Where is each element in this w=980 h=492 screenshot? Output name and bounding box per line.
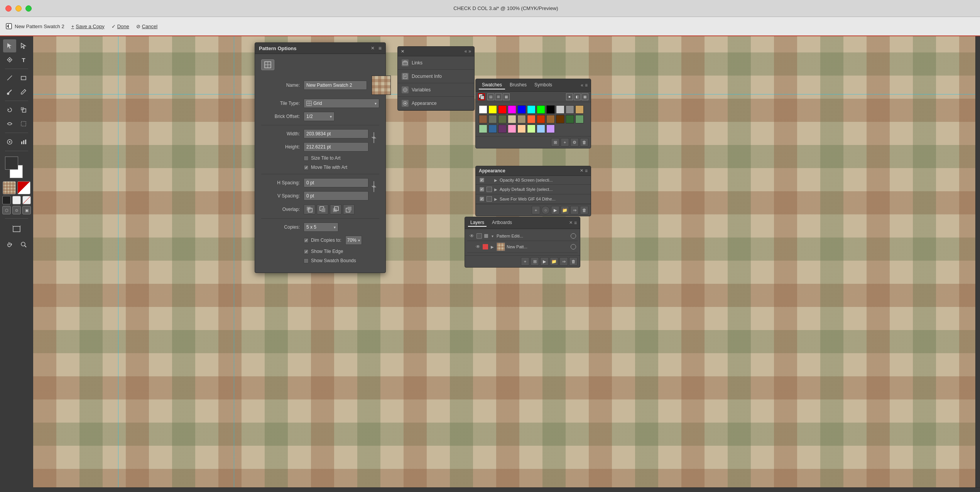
swatch-cell[interactable] — [527, 115, 536, 123]
swatch-cell[interactable] — [508, 125, 516, 133]
layer-expand-2-icon[interactable]: ▶ — [490, 244, 495, 249]
layer-row-pattern-editing[interactable]: 👁 ▾ Pattern Editi... — [467, 231, 578, 241]
swatch-cell[interactable] — [479, 125, 487, 133]
brush-panel-toggle[interactable]: ⊙ — [12, 206, 21, 214]
height-input[interactable] — [304, 142, 368, 152]
foreground-color-chip[interactable] — [5, 157, 18, 170]
swatch-view-list[interactable]: ▤ — [487, 93, 494, 100]
layer-target-circle[interactable] — [571, 233, 576, 239]
hspacing-input[interactable] — [304, 178, 368, 187]
tab-brushes[interactable]: Brushes — [507, 81, 530, 89]
constrain-proportions-button[interactable] — [368, 129, 379, 145]
links-item-doc-info[interactable]: Document Info — [398, 70, 474, 83]
layer-target-2-circle[interactable] — [571, 244, 576, 249]
layer-vis-icon[interactable]: 👁 — [469, 233, 475, 239]
appearance-close-button[interactable]: ✕ — [580, 168, 583, 174]
links-expand-button[interactable]: « — [465, 49, 467, 54]
done-button[interactable]: ✓ Done — [112, 24, 129, 29]
swatch-cell[interactable] — [498, 105, 507, 114]
swatch-cell[interactable] — [575, 105, 584, 114]
tab-artboards[interactable]: Artboards — [490, 219, 514, 227]
brush-tool[interactable] — [3, 85, 16, 98]
dim-copies-checkbox[interactable] — [304, 238, 309, 243]
swatch-cell[interactable] — [479, 105, 487, 114]
swatches-collapse-button[interactable]: « — [581, 83, 583, 88]
appearance-sub[interactable]: ⬡ — [2, 206, 11, 214]
brick-offset-select[interactable]: 1/2 ▾ — [304, 112, 335, 121]
symbol-sprayer-tool[interactable] — [3, 135, 16, 148]
grid-type-button[interactable] — [261, 59, 274, 70]
graph-tool[interactable] — [17, 135, 30, 148]
swatch-cell[interactable] — [537, 115, 545, 123]
swatch-stroke-fill-icon[interactable] — [478, 93, 485, 100]
links-item-variables[interactable]: Variables — [398, 83, 474, 97]
rect-tool[interactable] — [17, 71, 30, 84]
swatch-cell[interactable] — [517, 105, 526, 114]
swatch-cell[interactable] — [566, 115, 574, 123]
overlap-btn-3[interactable] — [330, 204, 341, 214]
size-tile-label[interactable]: Size Tile to Art — [304, 155, 341, 161]
appearance-new-button[interactable]: + — [532, 206, 540, 214]
line-tool[interactable] — [3, 71, 16, 84]
size-tile-checkbox[interactable] — [304, 156, 309, 161]
swatch-cell[interactable] — [537, 125, 545, 133]
links-panel-header-close[interactable]: ✕ — [401, 49, 404, 54]
layers-menu-button[interactable]: ≡ — [574, 220, 577, 226]
swatch-cell[interactable] — [546, 115, 555, 123]
links-item-appearance[interactable]: Appearance — [398, 97, 474, 110]
swatch-cell[interactable] — [527, 125, 536, 133]
tab-symbols[interactable]: Symbols — [531, 81, 555, 89]
opacity-toggle[interactable]: ▣ — [22, 206, 31, 214]
warp-tool[interactable] — [3, 117, 16, 130]
pen-tool[interactable] — [3, 53, 16, 66]
copies-select[interactable]: 5 x 5 ▾ — [304, 222, 338, 232]
swatch-cell[interactable] — [498, 115, 507, 123]
layers-delete-button[interactable]: 🗑 — [569, 257, 578, 266]
overlap-btn-4[interactable] — [343, 204, 355, 214]
swatch-cell[interactable] — [546, 105, 555, 114]
panel-menu-button[interactable]: ≡ — [378, 45, 382, 51]
swatch-cell[interactable] — [556, 115, 564, 123]
move-tile-checkbox[interactable] — [304, 165, 309, 170]
close-button[interactable] — [5, 5, 12, 12]
cancel-button[interactable]: ⊘ Cancel — [136, 24, 157, 29]
canvas-scrollbar-h[interactable] — [33, 487, 980, 492]
swatch-new-group-button[interactable]: ⊞ — [551, 138, 559, 147]
swatch-cell[interactable] — [488, 125, 497, 133]
swatch-cell[interactable] — [479, 115, 487, 123]
zoom-tool[interactable] — [17, 238, 30, 251]
fill-white[interactable] — [12, 196, 21, 204]
swatch-cell[interactable] — [517, 115, 526, 123]
dim-copies-select[interactable]: 70% ▾ — [345, 236, 362, 245]
appearance-item[interactable]: ✓ ▶ Save For Web GIF 64 Dithe... — [476, 194, 591, 204]
appearance-folder-button[interactable]: 📁 — [561, 206, 569, 214]
rotate-tool[interactable] — [3, 103, 16, 116]
type-tool[interactable]: T — [17, 53, 30, 66]
overlap-btn-1[interactable] — [304, 204, 315, 214]
appearance-menu-button[interactable]: ≡ — [585, 168, 588, 174]
appearance-item-checkbox[interactable]: ✓ — [480, 197, 484, 201]
swatch-delete-button[interactable]: 🗑 — [580, 138, 588, 147]
show-tile-edge-checkbox[interactable] — [304, 249, 309, 254]
layer-vis-2-icon[interactable]: 👁 — [475, 244, 481, 250]
swatch-type-solid[interactable]: ■ — [566, 93, 573, 100]
direct-select-tool[interactable] — [17, 39, 30, 52]
swatch-cell[interactable] — [508, 115, 516, 123]
swatch-cell[interactable] — [537, 105, 545, 114]
artboard-tool[interactable] — [10, 222, 23, 236]
swatch-new-button[interactable]: + — [561, 138, 569, 147]
hand-tool[interactable] — [3, 238, 16, 251]
swatch-type-pattern[interactable]: ▩ — [581, 93, 588, 100]
overlap-btn-2[interactable] — [317, 204, 328, 214]
fill-black[interactable] — [2, 196, 11, 204]
links-collapse-button[interactable]: » — [468, 49, 471, 54]
show-swatch-bounds-checkbox[interactable] — [304, 258, 309, 263]
layers-link-button[interactable]: ⇒ — [559, 257, 568, 266]
width-input[interactable] — [304, 129, 368, 138]
appearance-play-button[interactable]: ▶ — [551, 206, 559, 214]
swatch-cell[interactable] — [575, 115, 584, 123]
swatch-options-button[interactable]: ⚙ — [570, 138, 579, 147]
select-tool[interactable] — [3, 39, 16, 52]
fullscreen-button[interactable] — [25, 5, 32, 12]
appearance-link-button[interactable]: ⇒ — [570, 206, 579, 214]
